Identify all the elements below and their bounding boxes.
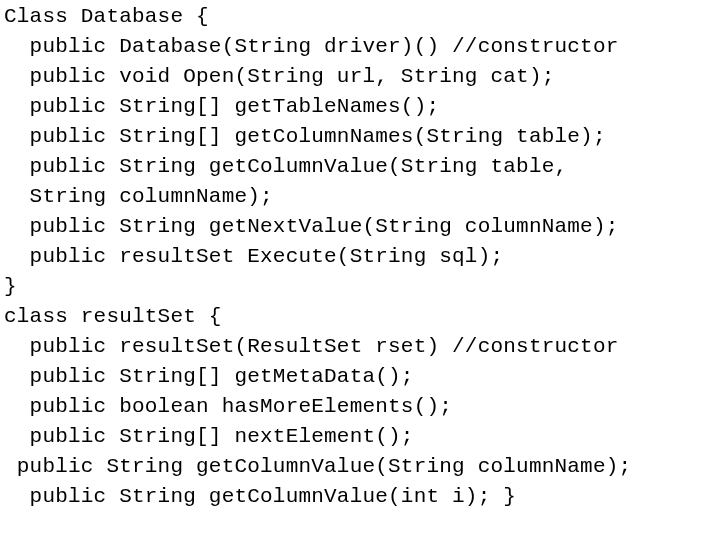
code-block: Class Database { public Database(String … [0,0,720,512]
